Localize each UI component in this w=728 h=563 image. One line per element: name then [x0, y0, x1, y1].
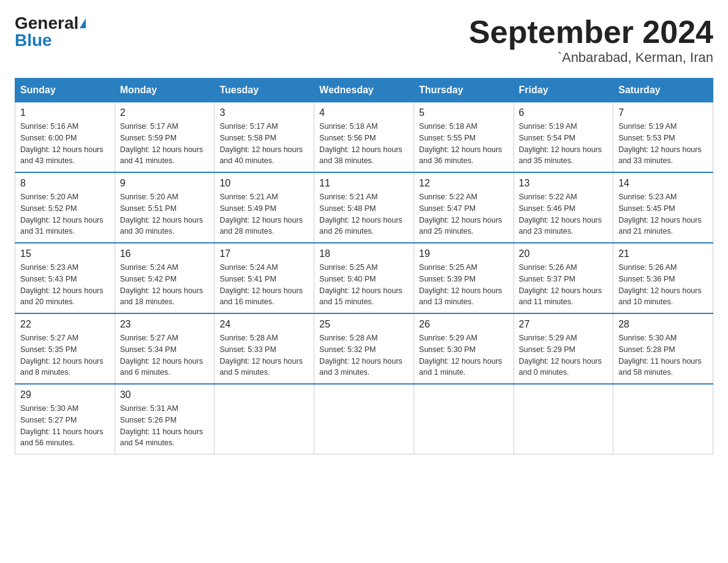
- sunset-text: Sunset: 5:56 PM: [319, 134, 376, 142]
- calendar-cell: 29Sunrise: 5:30 AMSunset: 5:27 PMDayligh…: [15, 384, 115, 454]
- day-number: 21: [618, 248, 708, 259]
- daylight-text-line2: and 1 minute.: [419, 368, 466, 377]
- daylight-text-line2: and 6 minutes.: [120, 368, 170, 377]
- calendar-cell: 6Sunrise: 5:19 AMSunset: 5:54 PMDaylight…: [514, 102, 613, 173]
- daylight-text-line2: and 10 minutes.: [618, 297, 673, 306]
- sunrise-text: Sunrise: 5:19 AM: [618, 122, 677, 131]
- day-info: Sunrise: 5:18 AMSunset: 5:55 PMDaylight:…: [419, 121, 509, 167]
- day-number: 19: [419, 248, 509, 259]
- day-number: 20: [519, 248, 609, 259]
- day-number: 24: [219, 319, 309, 330]
- weekday-header-row: SundayMondayTuesdayWednesdayThursdayFrid…: [15, 79, 713, 102]
- calendar-table: SundayMondayTuesdayWednesdayThursdayFrid…: [15, 78, 713, 454]
- daylight-text-line1: Daylight: 12 hours hours: [618, 286, 702, 295]
- day-number: 4: [319, 107, 409, 118]
- daylight-text-line1: Daylight: 12 hours hours: [519, 286, 602, 295]
- calendar-cell: 5Sunrise: 5:18 AMSunset: 5:55 PMDaylight…: [414, 102, 514, 173]
- daylight-text-line1: Daylight: 12 hours hours: [219, 145, 303, 154]
- daylight-text-line2: and 30 minutes.: [120, 227, 175, 236]
- calendar-cell: 4Sunrise: 5:18 AMSunset: 5:56 PMDaylight…: [314, 102, 414, 173]
- day-info: Sunrise: 5:28 AMSunset: 5:33 PMDaylight:…: [219, 332, 309, 378]
- logo-general-text: General: [15, 15, 78, 32]
- daylight-text-line1: Daylight: 12 hours hours: [419, 145, 502, 154]
- logo-triangle-icon: [80, 18, 86, 28]
- day-info: Sunrise: 5:17 AMSunset: 5:59 PMDaylight:…: [120, 121, 210, 167]
- sunset-text: Sunset: 5:29 PM: [519, 345, 575, 354]
- weekday-header-monday: Monday: [115, 79, 214, 102]
- daylight-text-line1: Daylight: 12 hours hours: [20, 145, 104, 154]
- sunrise-text: Sunrise: 5:21 AM: [219, 193, 278, 201]
- day-number: 26: [419, 319, 509, 330]
- sunset-text: Sunset: 5:32 PM: [319, 345, 376, 354]
- sunrise-text: Sunrise: 5:16 AM: [20, 122, 78, 131]
- sunset-text: Sunset: 5:33 PM: [219, 345, 276, 354]
- daylight-text-line1: Daylight: 12 hours hours: [419, 216, 502, 224]
- day-number: 22: [20, 319, 110, 330]
- day-number: 6: [519, 107, 609, 118]
- calendar-cell: 15Sunrise: 5:23 AMSunset: 5:43 PMDayligh…: [15, 243, 115, 313]
- daylight-text-line1: Daylight: 12 hours hours: [120, 286, 203, 295]
- sunrise-text: Sunrise: 5:28 AM: [219, 334, 278, 342]
- calendar-cell: 14Sunrise: 5:23 AMSunset: 5:45 PMDayligh…: [613, 172, 713, 243]
- sunset-text: Sunset: 5:40 PM: [319, 275, 376, 283]
- sunset-text: Sunset: 5:35 PM: [20, 345, 77, 354]
- sunrise-text: Sunrise: 5:26 AM: [618, 263, 677, 272]
- sunrise-text: Sunrise: 5:17 AM: [219, 122, 278, 131]
- sunrise-text: Sunrise: 5:30 AM: [20, 404, 78, 413]
- daylight-text-line2: and 16 minutes.: [219, 297, 274, 306]
- calendar-cell: 13Sunrise: 5:22 AMSunset: 5:46 PMDayligh…: [514, 172, 613, 243]
- daylight-text-line1: Daylight: 11 hours hours: [20, 427, 104, 436]
- daylight-text-line1: Daylight: 12 hours hours: [20, 357, 104, 366]
- sunrise-text: Sunrise: 5:18 AM: [419, 122, 477, 131]
- daylight-text-line2: and 41 minutes.: [120, 156, 175, 165]
- logo: General Blue: [15, 15, 86, 49]
- calendar-cell: 25Sunrise: 5:28 AMSunset: 5:32 PMDayligh…: [314, 313, 414, 384]
- weekday-header-wednesday: Wednesday: [314, 79, 414, 102]
- day-info: Sunrise: 5:16 AMSunset: 6:00 PMDaylight:…: [20, 121, 110, 167]
- day-info: Sunrise: 5:30 AMSunset: 5:27 PMDaylight:…: [20, 403, 110, 449]
- daylight-text-line2: and 21 minutes.: [618, 227, 673, 236]
- day-number: 23: [120, 319, 210, 330]
- day-info: Sunrise: 5:18 AMSunset: 5:56 PMDaylight:…: [319, 121, 409, 167]
- day-info: Sunrise: 5:20 AMSunset: 5:51 PMDaylight:…: [120, 191, 210, 237]
- daylight-text-line2: and 20 minutes.: [20, 297, 75, 306]
- sunset-text: Sunset: 5:58 PM: [219, 134, 276, 142]
- sunrise-text: Sunrise: 5:21 AM: [319, 193, 377, 201]
- day-number: 29: [20, 389, 110, 400]
- month-year-title: September 2024: [469, 15, 713, 50]
- weekday-header-saturday: Saturday: [613, 79, 713, 102]
- day-number: 27: [519, 319, 609, 330]
- calendar-cell: 28Sunrise: 5:30 AMSunset: 5:28 PMDayligh…: [613, 313, 713, 384]
- day-info: Sunrise: 5:30 AMSunset: 5:28 PMDaylight:…: [618, 332, 708, 378]
- title-block: September 2024 `Anbarabad, Kerman, Iran: [469, 15, 713, 66]
- daylight-text-line1: Daylight: 11 hours hours: [618, 357, 702, 366]
- sunset-text: Sunset: 5:36 PM: [618, 275, 675, 283]
- daylight-text-line1: Daylight: 12 hours hours: [120, 145, 203, 154]
- calendar-cell: 22Sunrise: 5:27 AMSunset: 5:35 PMDayligh…: [15, 313, 115, 384]
- day-number: 5: [419, 107, 509, 118]
- calendar-cell: 23Sunrise: 5:27 AMSunset: 5:34 PMDayligh…: [115, 313, 214, 384]
- sunrise-text: Sunrise: 5:23 AM: [618, 193, 677, 201]
- calendar-cell: 2Sunrise: 5:17 AMSunset: 5:59 PMDaylight…: [115, 102, 214, 173]
- daylight-text-line2: and 33 minutes.: [618, 156, 673, 165]
- day-number: 7: [618, 107, 708, 118]
- day-number: 11: [319, 178, 409, 189]
- sunset-text: Sunset: 5:37 PM: [519, 275, 575, 283]
- sunrise-text: Sunrise: 5:18 AM: [319, 122, 377, 131]
- daylight-text-line2: and 18 minutes.: [120, 297, 175, 306]
- sunset-text: Sunset: 5:42 PM: [120, 275, 176, 283]
- daylight-text-line2: and 40 minutes.: [219, 156, 274, 165]
- calendar-week-row: 29Sunrise: 5:30 AMSunset: 5:27 PMDayligh…: [15, 384, 713, 454]
- day-number: 30: [120, 389, 210, 400]
- daylight-text-line2: and 31 minutes.: [20, 227, 75, 236]
- day-number: 1: [20, 107, 110, 118]
- sunset-text: Sunset: 5:51 PM: [120, 204, 176, 213]
- sunrise-text: Sunrise: 5:22 AM: [519, 193, 577, 201]
- day-number: 12: [419, 178, 509, 189]
- calendar-week-row: 8Sunrise: 5:20 AMSunset: 5:52 PMDaylight…: [15, 172, 713, 243]
- daylight-text-line1: Daylight: 12 hours hours: [319, 286, 403, 295]
- sunset-text: Sunset: 5:48 PM: [319, 204, 376, 213]
- day-number: 8: [20, 178, 110, 189]
- day-info: Sunrise: 5:22 AMSunset: 5:46 PMDaylight:…: [519, 191, 609, 237]
- daylight-text-line2: and 28 minutes.: [219, 227, 274, 236]
